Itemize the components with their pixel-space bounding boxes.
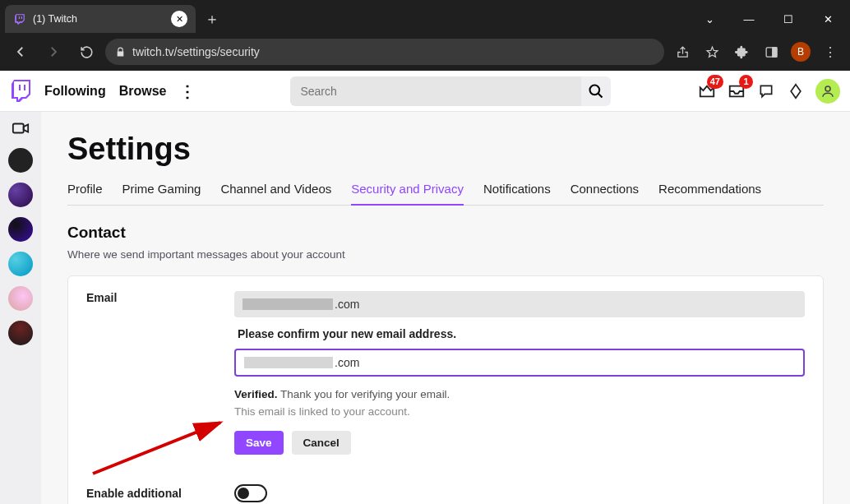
browser-chrome: (1) Twitch ✕ ＋ ⌄ — ☐ ✕ twitch.tv/setting… (0, 0, 850, 71)
twitch-topnav: Following Browse ⋮ 47 1 (0, 71, 850, 112)
search-button[interactable] (581, 76, 611, 106)
redacted-text (244, 357, 333, 368)
twitch-favicon-icon (13, 12, 26, 25)
window-maximize-button[interactable]: ☐ (769, 5, 807, 33)
window-close-button[interactable]: ✕ (809, 5, 847, 33)
back-button[interactable] (7, 38, 35, 66)
page-title: Settings (67, 132, 824, 167)
email-label: Email (86, 291, 234, 502)
contact-card: Email .com Please confirm your new email… (67, 275, 824, 504)
channel-avatar[interactable] (8, 321, 33, 345)
channel-avatar[interactable] (8, 183, 33, 207)
tab-profile[interactable]: Profile (67, 182, 103, 205)
camera-icon[interactable] (11, 118, 30, 138)
bookmark-star-icon[interactable] (699, 39, 725, 65)
channel-avatar[interactable] (8, 148, 33, 173)
bits-icon[interactable] (786, 81, 806, 101)
settings-tabs: Profile Prime Gaming Channel and Videos … (67, 182, 824, 206)
user-avatar[interactable] (815, 79, 840, 104)
channel-avatar[interactable] (8, 286, 33, 311)
nav-following[interactable]: Following (44, 84, 106, 99)
tab-connections[interactable]: Connections (571, 182, 639, 205)
browser-tab[interactable]: (1) Twitch ✕ (5, 5, 196, 33)
extensions-icon[interactable] (728, 39, 755, 65)
cancel-button[interactable]: Cancel (292, 431, 351, 455)
section-contact-title: Contact (67, 224, 824, 242)
main-content: Settings Profile Prime Gaming Channel an… (41, 112, 850, 504)
section-contact-sub: Where we send important messages about y… (67, 248, 824, 261)
tab-prime[interactable]: Prime Gaming (122, 182, 201, 205)
svg-point-3 (825, 86, 830, 91)
tab-security[interactable]: Security and Privacy (351, 182, 464, 206)
svg-point-2 (590, 85, 600, 95)
svg-rect-4 (13, 124, 24, 133)
twitch-logo-icon[interactable] (10, 80, 31, 103)
email-current-field[interactable]: .com (234, 291, 805, 317)
tab-notifications[interactable]: Notifications (483, 182, 551, 205)
tab-recommendations[interactable]: Recommendations (658, 182, 761, 205)
redacted-text (243, 298, 333, 310)
sidepanel-icon[interactable] (758, 39, 784, 65)
address-bar[interactable]: twitch.tv/settings/security (105, 39, 664, 65)
search-input[interactable] (290, 76, 581, 106)
save-button[interactable]: Save (234, 431, 284, 455)
channel-rail (0, 112, 41, 504)
browser-menu-button[interactable]: ⋮ (817, 39, 843, 65)
new-tab-button[interactable]: ＋ (201, 7, 224, 30)
inbox-icon[interactable]: 1 (727, 81, 746, 101)
channel-avatar[interactable] (8, 252, 33, 276)
inbox-badge: 1 (739, 75, 753, 89)
window-minimize-button[interactable]: — (730, 5, 768, 33)
email-confirm-field[interactable]: .com (234, 349, 805, 377)
prime-badge: 47 (707, 75, 723, 89)
tab-title: (1) Twitch (33, 13, 77, 25)
chevron-down-icon[interactable]: ⌄ (691, 5, 728, 33)
channel-avatar[interactable] (8, 217, 33, 242)
tab-strip: (1) Twitch ✕ ＋ ⌄ — ☐ ✕ (0, 0, 850, 33)
lock-icon (115, 47, 126, 58)
nav-browse[interactable]: Browse (119, 84, 167, 99)
enable-additional-toggle[interactable] (234, 484, 267, 502)
forward-button[interactable] (39, 38, 67, 66)
share-icon[interactable] (669, 39, 695, 65)
tab-channel[interactable]: Channel and Videos (220, 182, 331, 205)
address-bar-row: twitch.tv/settings/security B ⋮ (0, 33, 850, 71)
whispers-icon[interactable] (756, 81, 776, 101)
email-linked-note: This email is linked to your account. (234, 405, 805, 418)
tab-close-button[interactable]: ✕ (171, 11, 187, 27)
browser-profile-button[interactable]: B (788, 39, 814, 65)
email-verified-status: Verified. Thank you for verifying your e… (234, 388, 805, 400)
svg-rect-1 (772, 47, 776, 56)
reload-button[interactable] (72, 38, 100, 66)
nav-more-button[interactable]: ⋮ (179, 81, 195, 101)
confirm-email-label: Please confirm your new email address. (234, 327, 805, 340)
enable-additional-label: Enable additional (86, 487, 234, 500)
prime-loot-icon[interactable]: 47 (697, 81, 717, 101)
window-controls: ⌄ — ☐ ✕ (691, 5, 850, 33)
url-text: twitch.tv/settings/security (132, 45, 260, 58)
